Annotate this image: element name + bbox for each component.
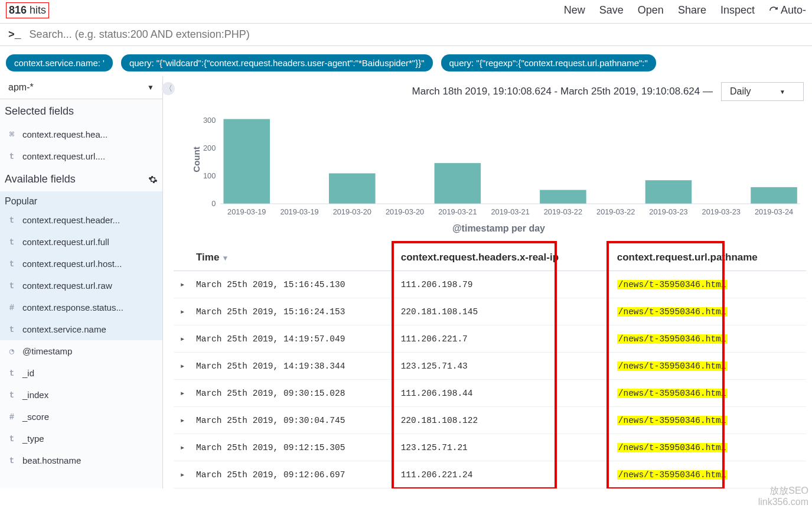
svg-text:2019-03-20: 2019-03-20 (333, 207, 371, 216)
histogram-bar[interactable] (435, 163, 481, 204)
cell-ip: 220.181.108.122 (396, 407, 612, 434)
string-type-icon: t (7, 216, 17, 225)
share-button[interactable]: Share (678, 4, 706, 17)
histogram-bar[interactable] (540, 190, 586, 204)
table-row: ▸March 25th 2019, 14:19:57.049111.206.22… (174, 325, 806, 353)
index-pattern-select[interactable]: apm-* ▼ (0, 76, 162, 99)
chevron-left-icon: 〈 (165, 83, 172, 94)
search-input[interactable] (30, 28, 804, 41)
histogram-bar[interactable] (751, 187, 797, 204)
field-item[interactable]: #context.response.status... (0, 297, 162, 318)
time-range-bar: March 18th 2019, 19:10:08.624 - March 25… (168, 76, 812, 107)
svg-text:2019-03-19: 2019-03-19 (227, 207, 266, 216)
hits-label: hits (30, 4, 46, 16)
table-row: ▸March 25th 2019, 09:30:04.745220.181.10… (174, 407, 806, 434)
expand-row-button[interactable]: ▸ (174, 271, 191, 298)
cell-path: /news/t-35950346.html (612, 298, 806, 325)
svg-text:2019-03-23: 2019-03-23 (702, 207, 741, 216)
cell-path: /news/t-35950346.html (612, 353, 806, 380)
svg-text:2019-03-23: 2019-03-23 (649, 207, 687, 216)
filter-pill[interactable]: context.service.name: ' (6, 54, 113, 71)
cell-time: March 25th 2019, 09:12:06.697 (191, 461, 396, 488)
table-row: ▸March 25th 2019, 15:16:24.153220.181.10… (174, 298, 806, 325)
cell-path: /news/t-35950346.html (612, 325, 806, 353)
selected-fields-list: ⌘ context.request.hea... t context.reque… (0, 123, 162, 167)
interval-select[interactable]: Daily ▼ (721, 82, 804, 101)
histogram-bar[interactable] (329, 173, 376, 204)
histogram-bar[interactable] (223, 119, 270, 204)
inspect-button[interactable]: Inspect (720, 4, 755, 17)
svg-text:2019-03-22: 2019-03-22 (544, 207, 582, 216)
content-area: 〈 March 18th 2019, 19:10:08.624 - March … (163, 76, 812, 488)
search-prompt-icon: >_ (8, 29, 21, 41)
refresh-icon (769, 6, 778, 15)
col-time[interactable]: Time▼ (191, 245, 396, 271)
filter-pill[interactable]: query: "{"regexp":{"context.request.url.… (441, 54, 656, 71)
table-row: ▸March 25th 2019, 15:16:45.130111.206.19… (174, 271, 806, 298)
cell-path: /news/t-35950346.html (612, 407, 806, 434)
search-bar[interactable]: >_ (0, 23, 812, 46)
field-item[interactable]: tbeat.hostname (0, 449, 162, 471)
string-type-icon: t (7, 456, 17, 465)
new-button[interactable]: New (564, 4, 585, 17)
col-ip[interactable]: context.request.headers.x-real-ip (396, 245, 612, 271)
field-item[interactable]: ⌘ context.request.hea... (0, 123, 162, 145)
expand-row-button[interactable]: ▸ (174, 434, 191, 461)
col-path[interactable]: context.request.url.pathname (612, 245, 806, 271)
svg-text:2019-03-21: 2019-03-21 (438, 207, 477, 216)
topbar-actions: New Save Open Share Inspect Auto- (564, 4, 806, 17)
cell-ip: 111.206.198.79 (396, 271, 612, 298)
field-item[interactable]: tcontext.service.name (0, 318, 162, 340)
string-type-icon: t (7, 369, 17, 378)
filter-pill[interactable]: query: "{"wildcard":{"context.request.he… (121, 54, 433, 71)
cell-ip: 111.206.198.44 (396, 380, 612, 407)
expand-row-button[interactable]: ▸ (174, 407, 191, 434)
field-item[interactable]: t_type (0, 428, 162, 449)
field-item[interactable]: tcontext.request.header... (0, 209, 162, 231)
field-item[interactable]: tcontext.request.url.raw (0, 275, 162, 297)
table-row: ▸March 25th 2019, 09:12:15.305123.125.71… (174, 434, 806, 461)
interval-value: Daily (730, 86, 751, 97)
watermark: 放放SEO link356.com (758, 485, 808, 488)
save-button[interactable]: Save (599, 4, 624, 17)
index-pattern-value: apm-* (8, 82, 34, 93)
number-type-icon: # (7, 303, 17, 312)
svg-text:2019-03-24: 2019-03-24 (755, 207, 793, 216)
table-row: ▸March 25th 2019, 09:12:06.697111.206.22… (174, 461, 806, 488)
svg-text:2019-03-21: 2019-03-21 (491, 207, 530, 216)
field-item[interactable]: tcontext.request.url.full (0, 231, 162, 253)
auto-refresh-button[interactable]: Auto- (769, 4, 806, 17)
field-item[interactable]: #_score (0, 406, 162, 428)
cell-ip: 111.206.221.24 (396, 461, 612, 488)
laptop-icon: ⌘ (7, 129, 17, 139)
field-item[interactable]: t context.request.url.... (0, 145, 162, 167)
cell-time: March 25th 2019, 15:16:45.130 (191, 271, 396, 298)
open-button[interactable]: Open (638, 4, 664, 17)
field-item[interactable]: t_index (0, 384, 162, 406)
field-item[interactable]: tcontext.request.url.host... (0, 253, 162, 275)
string-type-icon: t (7, 237, 17, 247)
collapse-sidebar-button[interactable]: 〈 (162, 82, 175, 95)
svg-text:2019-03-20: 2019-03-20 (386, 207, 424, 216)
expand-row-button[interactable]: ▸ (174, 461, 191, 488)
histogram-bar[interactable] (645, 180, 692, 204)
string-type-icon: t (7, 434, 17, 444)
expand-row-button[interactable]: ▸ (174, 298, 191, 325)
gear-icon[interactable] (148, 175, 158, 184)
sidebar: apm-* ▼ Selected fields ⌘ context.reques… (0, 76, 163, 488)
field-item[interactable]: ◔@timestamp (0, 340, 162, 362)
chevron-down-icon: ▼ (147, 83, 154, 92)
number-type-icon: # (7, 412, 17, 422)
cell-time: March 25th 2019, 14:19:38.344 (191, 353, 396, 380)
field-item[interactable]: t_id (0, 362, 162, 384)
popular-header: Popular (0, 191, 162, 209)
table-row: ▸March 25th 2019, 09:30:15.028111.206.19… (174, 380, 806, 407)
auto-refresh-label: Auto- (781, 4, 806, 17)
string-type-icon: t (7, 281, 17, 291)
results-table-wrap: Time▼ context.request.headers.x-real-ip … (168, 245, 812, 488)
expand-row-button[interactable]: ▸ (174, 380, 191, 407)
expand-row-button[interactable]: ▸ (174, 353, 191, 380)
svg-text:Count: Count (192, 146, 201, 172)
expand-row-button[interactable]: ▸ (174, 325, 191, 353)
clock-icon: ◔ (7, 346, 17, 356)
